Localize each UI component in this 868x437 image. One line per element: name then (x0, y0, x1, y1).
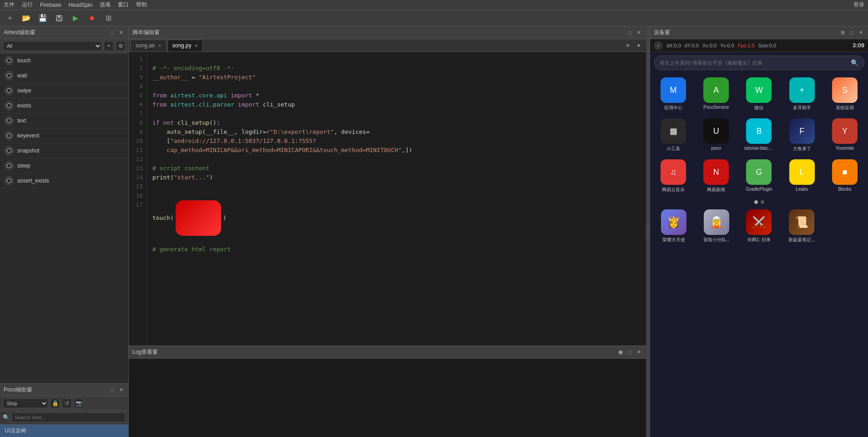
app-item-[interactable]: S 系统应用 (825, 77, 864, 111)
dot-2 (761, 200, 764, 204)
airtest-item-swipe[interactable]: swipe (0, 83, 128, 98)
device-close-btn[interactable]: ✕ (857, 29, 864, 36)
airtest-select[interactable]: All (3, 41, 102, 51)
poco-stop-select[interactable]: Stop (3, 398, 48, 408)
menu-options[interactable]: 选项 (100, 1, 111, 9)
app-icon: W (746, 77, 772, 103)
airtest-item-keyevent[interactable]: keyevent (0, 128, 128, 143)
app-item-Leaks[interactable]: L Leaks (782, 159, 822, 193)
code-editor[interactable]: 12345 678910 1112131415 1617 # -*- encod… (129, 52, 646, 346)
airtest-item-exists[interactable]: exists (0, 98, 128, 113)
poco-panel-title: Poco辅助窗 (4, 386, 106, 394)
menu-help[interactable]: 帮助 (136, 1, 147, 9)
airtest-select-row: All + ⚙ (0, 39, 128, 53)
app-item-tutorialblackja[interactable]: B tutorial-blackja... (739, 118, 778, 152)
log-close-btn[interactable]: ✕ (635, 349, 642, 356)
menu-headspin[interactable]: HeadSpin (69, 2, 93, 8)
airtest-add-btn[interactable]: + (104, 41, 114, 51)
poco-refresh-btn[interactable]: ↺ (62, 398, 72, 408)
app-item-[interactable]: W 微信 (739, 77, 778, 111)
airtest-item-snapshot[interactable]: snapshot (0, 143, 128, 158)
log-minimize-btn[interactable]: □ (626, 349, 633, 356)
airtest-item-label: exists (17, 102, 31, 109)
svg-point-5 (7, 88, 11, 93)
divider-handle[interactable] (646, 26, 650, 437)
tab-add-button[interactable]: + (622, 40, 633, 51)
status-xv: Xv:0.0 (702, 43, 717, 48)
save-all-button[interactable] (53, 12, 66, 25)
new-button[interactable]: + (4, 12, 16, 25)
bottom-app-icon: 📜 (789, 209, 814, 235)
poco-tree-item[interactable]: UI渲染树 (0, 425, 128, 437)
airtest-panel: Airtest辅助窗 □ ✕ All + ⚙ touch wait (0, 26, 128, 383)
editor-minimize-btn[interactable]: □ (626, 29, 633, 36)
airtest-item-assert_exists[interactable]: assert_exists (0, 173, 128, 188)
poco-capture-btn[interactable]: 📷 (74, 398, 84, 408)
airtest-item-text[interactable]: text (0, 113, 128, 128)
app-item-[interactable]: F 大鱼来了 (782, 118, 822, 152)
app-icon: B (746, 118, 772, 144)
run-button[interactable]: ▶ (69, 12, 82, 25)
tab-song-air-close[interactable]: ✕ (158, 43, 161, 48)
bottom-app-[interactable]: 🧝 冒险小分队... (696, 209, 737, 243)
stop-button[interactable]: ■ (86, 12, 98, 25)
poco-lock-btn[interactable]: 🔒 (50, 398, 60, 408)
device-home-btn[interactable]: ⌂ (654, 41, 663, 50)
app-item-Yosemite[interactable]: Y Yosemite (825, 118, 864, 152)
app-item-[interactable]: ♫ 网易云音乐 (654, 159, 693, 193)
airtest-settings-btn[interactable]: ⚙ (116, 41, 126, 51)
app-item-[interactable]: M 应用中心 (654, 77, 693, 111)
airtest-item-icon (5, 131, 14, 140)
login-button[interactable]: 登录 (853, 1, 864, 9)
tab-song-py-close[interactable]: ✕ (194, 43, 198, 48)
app-label: GradlePlugin (746, 187, 772, 192)
tab-menu-button[interactable]: ▾ (633, 40, 644, 51)
device-search: 🔍 (654, 56, 864, 70)
device-minimize-btn[interactable]: □ (848, 29, 855, 36)
menu-firebase[interactable]: Firebase (40, 2, 61, 8)
save-button[interactable]: 💾 (36, 12, 49, 25)
airtest-item-icon (5, 116, 14, 125)
device-maximize-btn[interactable]: ⊞ (839, 29, 846, 36)
airtest-item-sleep[interactable]: sleep (0, 158, 128, 173)
bottom-app-1[interactable]: ⚔️ 剑网1: 归来 (739, 209, 779, 243)
editor-close-btn[interactable]: ✕ (635, 29, 642, 36)
app-item-Blocks[interactable]: ■ Blocks (825, 159, 864, 193)
device-screen[interactable]: 🔍 M 应用中心 A PocoService W 微信 + 多开助手 (650, 52, 868, 437)
airtest-close-btn[interactable]: ✕ (117, 29, 125, 36)
airtest-item-touch[interactable]: touch (0, 53, 128, 68)
open-button[interactable]: 📂 (20, 12, 33, 25)
airtest-item-icon (5, 86, 14, 95)
device-search-icon: 🔍 (851, 59, 858, 66)
app-label: tutorial-blackja... (744, 146, 773, 151)
log-toolbar-btn[interactable]: ▣ (617, 349, 624, 356)
airtest-minimize-btn[interactable]: □ (108, 29, 116, 36)
app-label: 大鱼来了 (793, 146, 811, 152)
poco-minimize-btn[interactable]: □ (108, 386, 116, 394)
menu-run[interactable]: 运行 (22, 1, 33, 9)
menu-window[interactable]: 窗口 (118, 1, 129, 9)
tab-song-py[interactable]: song.py ✕ (167, 40, 203, 51)
app-item-GradlePlugin[interactable]: G GradlePlugin (739, 159, 778, 193)
tab-song-air[interactable]: song.air ✕ (131, 40, 167, 51)
airtest-item-icon (5, 161, 14, 170)
app-item-[interactable]: N 网易新闻 (696, 159, 736, 193)
poco-panel: Poco辅助窗 □ ✕ Stop 🔒 ↺ 📷 🔍 UI渲染树 (0, 383, 128, 437)
poco-search-input[interactable] (11, 412, 126, 422)
app-item-[interactable]: ▦ 小工具 (654, 118, 693, 152)
bottom-app-[interactable]: 👸 荣耀大天使 (654, 209, 694, 243)
layout-button[interactable]: ⊞ (102, 12, 115, 25)
app-item-PocoService[interactable]: A PocoService (696, 77, 736, 111)
airtest-item-wait[interactable]: wait (0, 68, 128, 83)
app-item-[interactable]: + 多开助手 (782, 77, 822, 111)
status-size: Size:0.0 (758, 43, 776, 48)
device-search-input[interactable] (660, 60, 847, 66)
menu-file[interactable]: 文件 (4, 1, 15, 9)
svg-rect-1 (58, 15, 61, 18)
app-item-poco[interactable]: U poco (696, 118, 736, 152)
poco-close-btn[interactable]: ✕ (117, 386, 125, 394)
bottom-app-[interactable]: 📜 新盗墓笔记... (782, 209, 822, 243)
airtest-item-label: snapshot (17, 147, 40, 154)
app-icon-glyph: ♫ (670, 168, 676, 177)
app-label: 小工具 (666, 146, 680, 152)
